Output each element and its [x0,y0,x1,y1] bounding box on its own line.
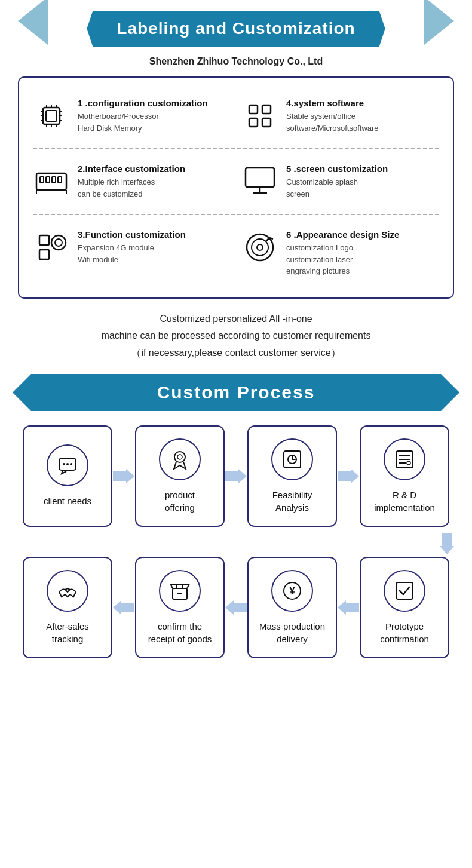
memory-icon [33,164,69,200]
header-banner: Labeling and Customization [0,0,472,51]
feature-screen: 5 .screen customization Customizable spl… [242,164,439,200]
svg-point-31 [55,239,62,246]
svg-rect-28 [39,235,49,245]
process-label-rd: R & Dimplementation [374,489,435,514]
svg-rect-19 [40,177,44,183]
process-label-feasibility: FeasibilityAnalysis [272,489,312,514]
feature-system-text: 4.system software Stable system/officeso… [286,98,379,134]
chart-icon [271,438,313,480]
svg-marker-41 [113,469,134,483]
process-label-aftersales: After-salestracking [46,620,89,645]
svg-rect-25 [246,168,274,187]
process-card-aftersales: After-salestracking [23,557,112,658]
hdd-icon [242,229,278,265]
feature-interface: 2.Interface customization Multiple rich … [33,164,230,200]
feature-system-title: 4.system software [286,98,379,108]
arrow-right-3 [337,468,360,484]
svg-marker-48 [338,469,359,483]
arrow-right-2 [225,468,247,484]
award-icon [159,438,201,480]
main-box: 1 .configuration customization Motherboa… [18,76,454,299]
svg-point-53 [407,461,410,465]
feature-function-title: 3.Function customization [78,229,186,240]
svg-point-42 [174,452,185,462]
process-diamond-right-bottom [441,380,472,411]
feature-appearance-text: 6 .Appearance design Size customization … [286,229,399,277]
process-card-client-needs: client needs [23,425,112,527]
header-diamond-right [424,0,454,45]
svg-rect-20 [46,177,50,183]
process-card-prototype: Prototypeconfirmation [360,557,449,658]
divider-2 [33,214,439,215]
process-label-prototype: Prototypeconfirmation [380,620,429,645]
header-title-box: Labeling and Customization [87,11,385,47]
feature-row-1: 1 .configuration customization Motherboa… [33,90,439,142]
feature-interface-text: 2.Interface customization Multiple rich … [78,164,185,200]
svg-rect-66 [396,582,413,599]
feature-appearance-desc: customization Logocustomization lasereng… [286,242,399,277]
svg-marker-55 [113,600,134,615]
svg-point-39 [66,463,69,465]
process-diamond-left-bottom [0,380,31,411]
svg-marker-44 [225,469,247,483]
feature-appearance: 6 .Appearance design Size customization … [242,229,439,277]
arrow-left-1 [112,599,135,616]
svg-point-38 [63,463,65,465]
process-card-rd: R & Dimplementation [360,425,449,527]
svg-line-35 [266,238,269,241]
feature-screen-title: 5 .screen customization [286,164,388,174]
process-title: Custom Process [157,382,315,403]
bottom-text-line1: Customized personalized All -in-one [160,314,312,324]
svg-point-34 [257,244,263,250]
bottom-line2: machine can be processed according to cu… [18,327,454,345]
feature-system-desc: Stable system/officesoftware/Microsoftso… [286,111,379,134]
arrow-right-1 [112,468,135,484]
bottom-line1: Customized personalized All -in-one [18,311,454,328]
header-title: Labeling and Customization [117,19,355,38]
arrow-left-2 [225,599,247,616]
feature-config-title: 1 .configuration customization [78,98,208,108]
feature-interface-desc: Multiple rich interfacescan be customize… [78,176,185,200]
process-card-feasibility: FeasibilityAnalysis [247,425,337,527]
process-banner: Custom Process [0,374,472,411]
process-row-2: After-salestracking confirm thereceipt o… [12,557,460,658]
svg-point-40 [70,463,72,465]
feature-function: 3.Function customization Expansion 4G mo… [33,229,230,265]
box-icon [159,570,201,612]
feature-function-text: 3.Function customization Expansion 4G mo… [78,229,186,265]
process-label-client-needs: client needs [44,495,91,507]
svg-point-30 [51,235,66,250]
bottom-line3: （if necessary,please contact customer se… [18,345,454,362]
process-card-product-offering: productoffering [135,425,225,527]
feature-screen-text: 5 .screen customization Customizable spl… [286,164,388,200]
svg-point-43 [177,455,182,459]
svg-rect-22 [58,177,62,183]
feature-appearance-title: 6 .Appearance design Size [286,229,399,240]
svg-rect-16 [249,118,258,127]
header-diamond-left [18,0,48,45]
monitor-icon [242,164,278,200]
process-label-confirm-receipt: confirm thereceipt of goods [148,620,212,645]
feature-config-text: 1 .configuration customization Motherboa… [78,98,208,134]
arrow-left-3 [337,599,360,616]
bottom-text: Customized personalized All -in-one mach… [18,311,454,362]
arrow-down [12,533,460,554]
feature-row-2: 2.Interface customization Multiple rich … [33,155,439,208]
svg-rect-29 [39,250,49,259]
cpu-icon [33,98,69,134]
feature-screen-desc: Customizable splashscreen [286,176,388,200]
feature-interface-title: 2.Interface customization [78,164,185,174]
feature-config: 1 .configuration customization Motherboa… [33,98,230,134]
feature-row-3: 3.Function customization Expansion 4G mo… [33,221,439,286]
svg-marker-61 [225,600,247,615]
process-row-1: client needs productoffering [12,425,460,527]
process-card-mass-production: ¥ Mass productiondelivery [247,557,337,658]
process-flow: client needs productoffering [0,411,472,679]
svg-point-33 [252,239,268,256]
modules-icon [33,229,69,265]
feature-config-desc: Motherboard/ProcessorHard Disk Memory [78,111,208,134]
subtitle: Shenzhen Zhihuo Technology Co., Ltd [0,51,472,76]
chat-icon [47,444,88,486]
process-card-confirm-receipt: confirm thereceipt of goods [135,557,225,658]
check-box-icon [384,570,425,612]
